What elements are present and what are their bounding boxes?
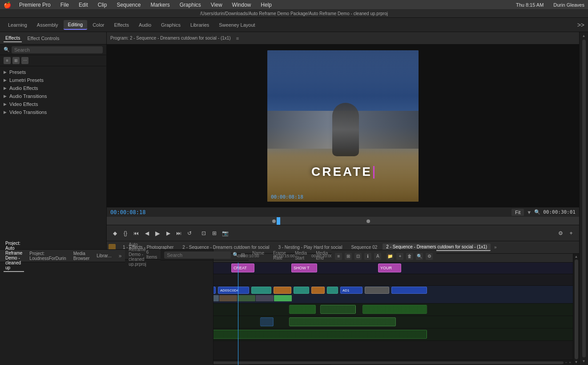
proj-icon-new-item[interactable]: + (396, 253, 403, 260)
settings-btn[interactable]: ⚙ (556, 229, 565, 238)
fit-controls: Fit ▼ 🔍 00:00:30:01 (511, 209, 576, 216)
proj-icon-list[interactable]: ≡ (335, 253, 342, 260)
audio-eff-label: Audio Effects (9, 85, 38, 91)
tab-libraries[interactable]: Libraries (186, 20, 213, 29)
proj-tab-1[interactable]: Project: Auto Reframe Demo - cleaned up (4, 240, 24, 272)
right-panel: ▲ ▼ (579, 32, 588, 365)
tab-graphics[interactable]: Graphics (157, 20, 185, 29)
menu-markers[interactable]: Markers (149, 1, 171, 9)
a1-clip-4[interactable] (362, 305, 427, 314)
loop-btn[interactable]: ↺ (185, 229, 194, 238)
monitor-controls-bar: ◆ {} ⏮ ◀ ▶ ▶ ⏭ ↺ ⊡ ⊞ 📷 ⚙ + (107, 225, 579, 241)
vscroll-thumb[interactable] (575, 260, 578, 359)
tab-assembly[interactable]: Assembly (32, 20, 63, 29)
program-duration: 00:00:30:01 (543, 209, 576, 215)
hscroll-thumb[interactable] (166, 361, 564, 364)
category-lumetri-presets[interactable]: ▶ Lumetri Presets (0, 76, 106, 84)
add-to-render-btn[interactable]: + (567, 229, 576, 238)
category-presets[interactable]: ▶ Presets (0, 68, 106, 76)
proj-icon-meta[interactable]: ℹ (364, 253, 371, 260)
category-video-effects[interactable]: ▶ Video Effects (0, 100, 106, 108)
fit-label[interactable]: Fit (511, 209, 524, 216)
v1-clip-3[interactable]: AD0SC0D4 (218, 287, 249, 294)
monitor-header: Program: 2 - Sequence - Dreamers cutdown… (107, 32, 579, 45)
category-video-transitions[interactable]: ▶ Video Transitions (0, 108, 106, 116)
menu-sequence[interactable]: Sequence (115, 1, 142, 9)
fit-chevron[interactable]: ▼ (527, 210, 532, 215)
effects-view-icons: ≡ ⊞ ⋯ (0, 55, 106, 66)
category-audio-transitions[interactable]: ▶ Audio Transitions (0, 92, 106, 100)
effects-tab[interactable]: Effects (4, 34, 22, 42)
project-path-label: Auto Reframe Demo - cleaned up.prproj (129, 242, 146, 267)
monitor-menu-icon[interactable]: ≡ (236, 36, 239, 41)
menu-graphics[interactable]: Graphics (178, 1, 203, 9)
menu-edit[interactable]: Edit (77, 1, 90, 9)
menu-help[interactable]: Help (259, 1, 274, 9)
clip-creat-label: CREAT (234, 266, 247, 270)
workspace-more[interactable]: >> (577, 21, 584, 28)
right-scroll-up[interactable]: ▲ (582, 34, 586, 38)
proj-icon-new-bin[interactable]: 📁 (387, 253, 394, 260)
add-marker-btn[interactable]: ◆ (110, 229, 119, 238)
proj-tab-3[interactable]: Media Browser (72, 250, 92, 262)
vscroll-up[interactable]: ▲ (575, 255, 578, 259)
timeline-vscroll[interactable]: ▲ ▼ (573, 254, 579, 365)
v1-clip-9[interactable]: AD1 (340, 287, 362, 294)
effects-list-view-icon[interactable]: ≡ (4, 57, 11, 64)
proj-icon-settings[interactable]: ⚙ (426, 253, 433, 260)
right-scroll-thumb[interactable] (582, 40, 586, 357)
output-btn[interactable]: ⊞ (210, 229, 219, 238)
proj-icon-search[interactable]: 🔍 (416, 253, 423, 260)
menu-file[interactable]: File (59, 1, 71, 9)
category-audio-effects[interactable]: ▶ Audio Effects (0, 84, 106, 92)
effects-grid-view-icon[interactable]: ⊞ (12, 57, 20, 64)
project-search-input[interactable] (164, 251, 231, 259)
current-timecode[interactable]: 00:00:08:18 (110, 209, 145, 215)
tab-effects[interactable]: Effects (109, 20, 133, 29)
menu-clip[interactable]: Clip (96, 1, 109, 9)
menu-premiere-pro[interactable]: Premiere Pro (17, 1, 52, 9)
right-scroll-down[interactable]: ▼ (582, 359, 586, 363)
effects-search-input[interactable] (12, 46, 103, 53)
a1-lane (165, 304, 579, 316)
tab-learning[interactable]: Learning (4, 20, 32, 29)
tab-audio[interactable]: Audio (134, 20, 156, 29)
proj-icon-trash[interactable]: 🗑 (406, 253, 413, 260)
vscroll-down[interactable]: ▼ (575, 360, 578, 364)
menu-window[interactable]: Window (230, 1, 253, 9)
project-new-item-icon[interactable]: ⊞ (241, 252, 245, 258)
v1-clip-11[interactable] (391, 287, 427, 294)
step-fwd-btn[interactable]: ⏭ (174, 229, 183, 238)
tab-editing[interactable]: Editing (64, 20, 88, 30)
tab-sweeney[interactable]: Sweeney Layout (214, 20, 259, 29)
zoom-in-icon[interactable]: + (569, 361, 571, 365)
in-out-btn[interactable]: {} (121, 229, 130, 238)
proj-tab-more[interactable]: » (119, 253, 122, 259)
playhead[interactable] (238, 263, 238, 365)
step-frame-back-btn[interactable]: ◀ (142, 229, 151, 238)
playhead-scrub[interactable] (277, 217, 280, 225)
proj-icon-freeform[interactable]: ⊡ (354, 253, 362, 260)
proj-icon-grid[interactable]: ⊞ (345, 253, 352, 260)
safe-margin-btn[interactable]: ⊡ (199, 229, 208, 238)
export-frame-btn[interactable]: 📷 (221, 229, 230, 238)
project-header: Project: Auto Reframe Demo - cleaned up … (0, 250, 125, 262)
project-footer: ≡ ⊞ ⊡ ℹ A 📁 + 🗑 🔍 ⚙ (331, 250, 436, 262)
zoom-out-icon[interactable]: − (565, 361, 568, 365)
tl-tab-more[interactable]: » (494, 245, 497, 250)
proj-icon-auto[interactable]: A (374, 253, 381, 260)
proj-tab-2[interactable]: Project: LoudnessForDurin (28, 250, 68, 262)
v1-clip-10[interactable] (365, 287, 389, 294)
effects-options-icon[interactable]: ⋯ (21, 57, 28, 64)
scrub-bar[interactable] (107, 217, 579, 225)
menu-view[interactable]: View (209, 1, 224, 9)
clip-your[interactable]: YOUR (378, 264, 401, 272)
menu-bar: 🍎 Premiere Pro File Edit Clip Sequence M… (0, 0, 588, 10)
play-btn[interactable]: ▶ (153, 229, 162, 238)
v1-upper-clips: ADG AD0SC0D4 (165, 287, 579, 295)
step-back-btn[interactable]: ⏮ (132, 229, 141, 238)
step-frame-fwd-btn[interactable]: ▶ (164, 229, 173, 238)
proj-tab-4[interactable]: Librar... (95, 252, 113, 259)
effect-controls-tab[interactable]: Effect Controls (25, 35, 61, 42)
tab-color[interactable]: Color (88, 20, 109, 29)
